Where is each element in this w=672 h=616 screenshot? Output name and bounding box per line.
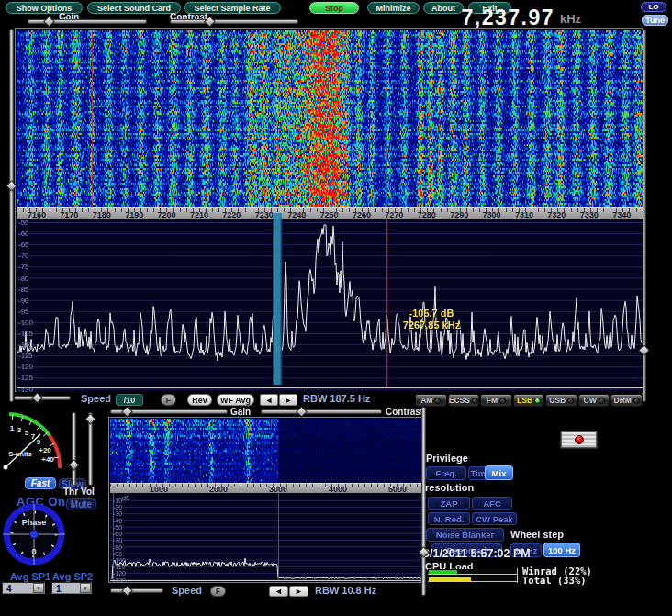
db-aux-tick: -30 xyxy=(113,510,122,517)
scale-aux-tick: 1000 xyxy=(150,485,168,493)
mode-button-ecss[interactable]: ECSS xyxy=(448,394,480,407)
main-waterfall-canvas[interactable] xyxy=(17,30,643,207)
left-zoom-slider[interactable] xyxy=(9,29,14,402)
privilege-freq-button[interactable]: Freq. xyxy=(426,466,466,480)
db-main-tick: -55 xyxy=(18,218,29,227)
aux-zoom-out-arrow-icon[interactable]: ◄ xyxy=(269,586,288,597)
mode-label: ECSS xyxy=(449,396,470,405)
record-button[interactable] xyxy=(561,431,597,448)
wf-avg-button[interactable]: WF Avg xyxy=(217,394,254,406)
scale-main-tick: 7220 xyxy=(222,210,241,219)
db-aux-tick: -60 xyxy=(113,531,122,537)
db-aux-tick: -10 xyxy=(113,498,122,504)
threshold-slider[interactable] xyxy=(72,412,76,486)
main-speed-thumb[interactable] xyxy=(31,392,43,404)
avg-sp2-select[interactable]: 1 ▼ xyxy=(51,582,92,594)
cpu-bar-bracket xyxy=(517,568,518,583)
mode-led-icon xyxy=(599,398,605,404)
cpu-total-value: Total (33%) xyxy=(522,576,587,585)
aux-speed-thumb[interactable] xyxy=(121,585,133,597)
privilege-mix-button[interactable]: Mix xyxy=(485,465,513,480)
db-main-tick: -60 xyxy=(18,230,29,238)
aux-frequency-scale[interactable]: 10002000300040005000 xyxy=(110,483,422,493)
cpu-bar-winrad-fill xyxy=(429,570,457,574)
s-meter-tick-9: 9 xyxy=(37,438,41,446)
mode-button-fm[interactable]: FM xyxy=(480,394,512,407)
threshold-thumb[interactable] xyxy=(68,459,80,471)
aux-contrast-thumb[interactable] xyxy=(296,406,308,418)
wheel-step-100hz-button[interactable]: 100 Hz xyxy=(543,543,580,557)
scale-main-tick: 7310 xyxy=(515,210,533,219)
aux-gain-label: Gain xyxy=(230,407,251,417)
aux-gain-thumb[interactable] xyxy=(121,406,133,418)
aux-contrast-slider[interactable] xyxy=(261,409,382,414)
main-frequency-scale[interactable]: 7160717071807190720072107220723072407250… xyxy=(17,207,643,219)
rev-button[interactable]: Rev xyxy=(187,394,212,406)
mode-button-lsb[interactable]: LSB xyxy=(513,394,545,407)
tune-button[interactable]: Tune xyxy=(642,15,668,26)
mode-label: AM xyxy=(420,396,432,405)
cursor-level: -105.7 dB xyxy=(391,308,472,319)
volume-thumb[interactable] xyxy=(84,413,96,425)
aux-zoom-in-arrow-icon[interactable]: ► xyxy=(289,586,308,597)
dropdown-arrow-icon[interactable]: ▼ xyxy=(80,583,91,593)
minimize-button[interactable]: Minimize xyxy=(367,2,420,14)
mode-button-drm[interactable]: DRM xyxy=(610,394,643,407)
mode-button-am[interactable]: AM xyxy=(415,394,447,407)
avg-sp2-label: Avg SP2 xyxy=(52,571,93,582)
mode-buttons: AMECSSFMLSBUSBCWDRM xyxy=(415,394,643,407)
aux-speed-slider[interactable] xyxy=(110,588,163,593)
aux-rbw-label: RBW 10.8 Hz xyxy=(315,585,376,596)
phase-center-dot xyxy=(30,531,39,539)
passband-scale-marker[interactable] xyxy=(273,213,282,219)
f-button-main[interactable]: F xyxy=(161,394,176,406)
mode-led-icon xyxy=(499,398,506,404)
db-main-tick: -130 xyxy=(18,386,33,394)
f-button-aux[interactable]: F xyxy=(210,586,226,597)
db-main-tick: -95 xyxy=(18,308,29,316)
main-spectrum-canvas[interactable] xyxy=(17,219,643,392)
agc-fast-button[interactable]: Fast xyxy=(25,477,56,489)
db-main-tick: -90 xyxy=(18,297,29,305)
noise-blanker-button[interactable]: Noise Blanker xyxy=(426,528,504,542)
db-aux-tick: -40 xyxy=(113,518,122,524)
db-main-tick: -70 xyxy=(18,252,29,260)
aux-speed-label: Speed xyxy=(172,585,202,596)
afc-button[interactable]: AFC xyxy=(472,497,512,510)
db-main-tick: -80 xyxy=(18,274,29,283)
aux-waterfall-canvas[interactable] xyxy=(110,419,422,483)
main-contrast-slider[interactable] xyxy=(170,19,298,24)
s-meter-tick-5: 5 xyxy=(25,429,29,437)
scale-main-tick: 7180 xyxy=(93,210,111,219)
mode-button-usb[interactable]: USB xyxy=(545,394,577,407)
cpu-bar-winrad xyxy=(428,569,517,575)
mode-led-icon xyxy=(472,398,478,404)
scale-main-tick: 7320 xyxy=(547,210,566,219)
avg-sp1-select[interactable]: 4 ▼ xyxy=(2,582,45,594)
db-main-tick: -105 xyxy=(18,330,33,338)
stop-button[interactable]: Stop xyxy=(309,2,359,14)
dropdown-arrow-icon[interactable]: ▼ xyxy=(33,583,44,593)
mode-led-icon xyxy=(567,398,574,404)
avg-sp2-value: 1 xyxy=(56,584,62,594)
db-aux-tick: -20 xyxy=(113,504,122,510)
passband-marker[interactable] xyxy=(273,219,282,385)
winrad-window: Show Options Select Sound Card Select Sa… xyxy=(0,0,672,616)
aux-db-axis: -10-20-30-40-50-60-70-80-90-100-110-120-… xyxy=(113,498,131,584)
s-meter-tick-3: 3 xyxy=(17,426,22,434)
lo-button[interactable]: LO xyxy=(641,2,666,12)
aux-display-panel: 10002000300040005000 dB -10-20-30-40-50-… xyxy=(108,417,422,583)
aux-contrast-label: Contrast xyxy=(386,407,423,417)
zoom-in-arrow-icon[interactable]: ► xyxy=(279,394,297,406)
zap-button[interactable]: ZAP xyxy=(428,497,470,510)
aux-spectrum-canvas[interactable] xyxy=(110,493,422,582)
select-sound-card-button[interactable]: Select Sound Card xyxy=(87,2,181,14)
noise-reduction-button[interactable]: N. Red. xyxy=(428,512,470,525)
mode-button-cw[interactable]: CW xyxy=(578,394,610,407)
mode-label: USB xyxy=(549,396,566,405)
speed-divider-box[interactable]: /10 xyxy=(116,394,143,406)
zoom-out-arrow-icon[interactable]: ◄ xyxy=(260,394,278,406)
cw-peak-button[interactable]: CW Peak xyxy=(472,512,517,525)
scale-main-tick: 7170 xyxy=(60,210,78,219)
main-gain-thumb[interactable] xyxy=(43,16,55,28)
